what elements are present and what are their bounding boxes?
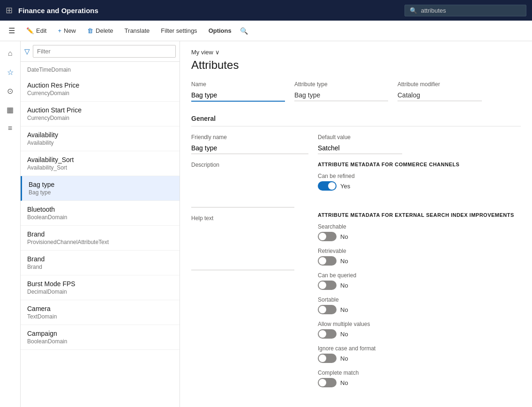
general-right-col: Default value ATTRIBUTE METADATA FOR COM… xyxy=(318,134,521,401)
general-left-col: Friendly name Description Help text xyxy=(191,134,308,401)
friendly-name-label: Friendly name xyxy=(191,134,308,141)
searchable-toggle[interactable] xyxy=(318,232,337,241)
default-value-input[interactable] xyxy=(318,142,402,154)
description-label: Description xyxy=(191,162,308,168)
default-value-label: Default value xyxy=(318,134,521,141)
commerce-metadata-title: ATTRIBUTE METADATA FOR COMMERCE CHANNELS xyxy=(318,162,521,167)
retrievable-value: No xyxy=(340,258,348,265)
name-input[interactable] xyxy=(191,89,285,102)
name-field: Name xyxy=(191,81,285,102)
global-search[interactable]: 🔍 xyxy=(405,5,526,16)
allow-multiple-values-toggle[interactable] xyxy=(318,329,337,339)
hamburger-icon[interactable]: ☰ xyxy=(4,23,20,38)
my-view-button[interactable]: My view ∨ xyxy=(191,49,521,56)
list-item[interactable]: Campaign BooleanDomain xyxy=(21,325,180,350)
complete-match-label: Complete match xyxy=(318,370,521,376)
global-search-input[interactable] xyxy=(421,7,515,14)
list-item[interactable]: Burst Mode FPS DecimalDomain xyxy=(21,275,180,300)
list-items: DateTimeDomain Auction Res Price Currenc… xyxy=(21,62,180,407)
attr-type-value: Bag type xyxy=(294,89,388,101)
search-metadata-section: ATTRIBUTE METADATA FOR EXTERNAL SEARCH I… xyxy=(318,212,521,394)
translate-button[interactable]: Translate xyxy=(120,24,155,37)
ignore-case-toggle-row: Ignore case and format No xyxy=(318,345,521,363)
list-item-selected[interactable]: Bag type Bag type xyxy=(21,176,180,201)
complete-match-toggle-row: Complete match No xyxy=(318,370,521,387)
general-grid: Friendly name Description Help text Defa… xyxy=(191,134,521,401)
attr-modifier-label: Attribute modifier xyxy=(397,81,482,88)
home-icon[interactable]: ⌂ xyxy=(2,45,19,62)
list-item[interactable]: Bluetooth BooleanDomain xyxy=(21,201,180,226)
list-item[interactable]: Availability_Sort Availability_Sort xyxy=(21,151,180,176)
default-value-field: Default value xyxy=(318,134,521,154)
friendly-name-field: Friendly name xyxy=(191,134,308,154)
new-button[interactable]: + New xyxy=(53,24,81,37)
search-metadata-title: ATTRIBUTE METADATA FOR EXTERNAL SEARCH I… xyxy=(318,212,521,218)
complete-match-toggle[interactable] xyxy=(318,378,337,387)
filter-icon: ▽ xyxy=(24,47,30,56)
main-layout: ⌂ ☆ ⊙ ▦ ≡ ▽ DateTimeDomain Auction Res P… xyxy=(0,41,532,407)
new-icon: + xyxy=(58,27,61,34)
description-textarea[interactable] xyxy=(191,170,294,207)
recent-icon[interactable]: ⊙ xyxy=(2,82,19,99)
ignore-case-label: Ignore case and format xyxy=(318,345,521,352)
toggle-knob xyxy=(328,182,336,190)
help-text-textarea[interactable] xyxy=(191,223,294,270)
ignore-case-value: No xyxy=(340,355,348,362)
list-item[interactable]: Auction Start Price CurrencyDomain xyxy=(21,102,180,126)
can-be-queried-label: Can be queried xyxy=(318,272,521,279)
filter-settings-button[interactable]: Filter settings xyxy=(156,24,202,37)
help-text-label: Help text xyxy=(191,215,308,222)
sortable-label: Sortable xyxy=(318,296,521,303)
sortable-toggle[interactable] xyxy=(318,305,337,314)
list-item[interactable]: Camera TextDomain xyxy=(21,300,180,325)
sortable-value: No xyxy=(340,306,348,313)
can-be-refined-label: Can be refined xyxy=(318,173,521,179)
sidebar-icons: ⌂ ☆ ⊙ ▦ ≡ xyxy=(0,41,21,407)
general-section-header: General xyxy=(191,109,521,126)
chevron-down-icon: ∨ xyxy=(215,49,220,56)
delete-icon: 🗑 xyxy=(87,27,93,34)
can-be-queried-toggle[interactable] xyxy=(318,281,337,290)
options-button[interactable]: Options xyxy=(204,24,236,37)
name-label: Name xyxy=(191,81,285,88)
complete-match-value: No xyxy=(340,379,348,386)
list-icon[interactable]: ≡ xyxy=(2,120,19,137)
attr-type-label: Attribute type xyxy=(294,81,388,88)
delete-button[interactable]: 🗑 Delete xyxy=(82,24,118,37)
help-text-field: Help text xyxy=(191,215,308,270)
can-be-refined-toggle-wrapper: Yes xyxy=(318,181,521,191)
list-header-item: DateTimeDomain xyxy=(21,62,180,77)
page-title: Attributes xyxy=(191,59,521,72)
filter-input[interactable] xyxy=(33,45,176,58)
friendly-name-input[interactable] xyxy=(191,142,308,154)
list-item[interactable]: Availability Availability xyxy=(21,126,180,151)
list-item[interactable]: Brand ProvisionedChannelAttributeText xyxy=(21,226,180,251)
list-item[interactable]: Auction Res Price CurrencyDomain xyxy=(21,77,180,102)
top-bar: ⊞ Finance and Operations 🔍 xyxy=(0,0,532,21)
detail-panel: My view ∨ Attributes Name Attribute type… xyxy=(180,41,532,407)
workspaces-icon[interactable]: ▦ xyxy=(2,101,19,118)
can-be-queried-toggle-row: Can be queried No xyxy=(318,272,521,290)
can-be-refined-toggle[interactable] xyxy=(318,181,337,191)
allow-multiple-values-toggle-row: Allow multiple values No xyxy=(318,321,521,339)
search-icon: 🔍 xyxy=(410,7,417,14)
command-search-icon[interactable]: 🔍 xyxy=(240,27,248,35)
edit-icon: ✏️ xyxy=(26,27,34,34)
list-panel: ▽ DateTimeDomain Auction Res Price Curre… xyxy=(21,41,180,407)
favorites-icon[interactable]: ☆ xyxy=(2,64,19,81)
list-item[interactable]: Brand Brand xyxy=(21,251,180,275)
commerce-metadata-section: ATTRIBUTE METADATA FOR COMMERCE CHANNELS… xyxy=(318,162,521,197)
edit-button[interactable]: ✏️ Edit xyxy=(22,24,51,37)
attr-modifier-field: Attribute modifier Catalog xyxy=(397,81,482,102)
retrievable-label: Retrievable xyxy=(318,248,521,254)
allow-multiple-values-label: Allow multiple values xyxy=(318,321,521,327)
attr-modifier-value: Catalog xyxy=(397,89,482,101)
searchable-value: No xyxy=(340,233,348,240)
allow-multiple-values-value: No xyxy=(340,331,348,338)
ignore-case-toggle[interactable] xyxy=(318,354,337,363)
can-be-queried-value: No xyxy=(340,282,348,289)
command-bar: ☰ ✏️ Edit + New 🗑 Delete Translate Filte… xyxy=(0,21,532,41)
sortable-toggle-row: Sortable No xyxy=(318,296,521,314)
retrievable-toggle[interactable] xyxy=(318,256,337,266)
grid-icon[interactable]: ⊞ xyxy=(6,5,13,15)
